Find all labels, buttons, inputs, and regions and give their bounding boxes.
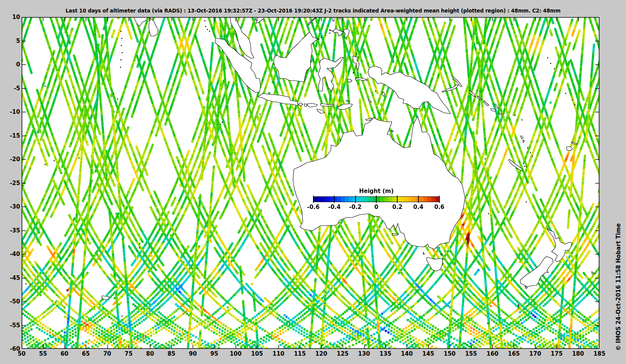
colorbar-segment xyxy=(349,197,352,202)
x-axis-tick-label: 155 xyxy=(462,350,480,357)
y-axis-tick-label: -55 xyxy=(3,322,20,329)
colorbar-tick-label: -0.2 xyxy=(345,204,366,210)
y-axis-tick-label: -5 xyxy=(3,85,20,92)
x-axis-tick-label: 180 xyxy=(569,350,587,357)
colorbar-tick xyxy=(418,196,419,203)
y-axis-tick-label: -30 xyxy=(3,203,20,210)
colorbar-segment xyxy=(380,197,384,202)
x-axis-tick-label: 125 xyxy=(333,350,352,357)
colorbar-segment xyxy=(321,197,325,202)
colorbar-segment xyxy=(431,197,435,202)
colorbar-segment xyxy=(376,197,380,202)
colorbar-segment xyxy=(361,197,365,202)
colorbar-title: Height (m) xyxy=(313,188,440,195)
x-axis-tick-label: 140 xyxy=(398,350,416,357)
colorbar-segment xyxy=(408,197,412,202)
colorbar-tick-label: 0.6 xyxy=(429,204,450,210)
colorbar-tick-label: 0.4 xyxy=(408,204,429,210)
colorbar-segment xyxy=(412,197,415,202)
colorbar-segment xyxy=(325,197,329,202)
y-axis-tick-label: -40 xyxy=(3,251,20,257)
colorbar-segment xyxy=(404,197,408,202)
colorbar-tick xyxy=(376,196,377,203)
colorbar-segment xyxy=(365,197,368,202)
x-axis-tick-label: 105 xyxy=(248,350,266,357)
colorbar-segment xyxy=(424,197,428,202)
x-axis-tick-label: 165 xyxy=(505,350,523,357)
x-axis-tick-label: 130 xyxy=(355,350,373,357)
y-axis-tick-label: -25 xyxy=(3,180,20,187)
colorbar-segment xyxy=(341,197,345,202)
colorbar-tick xyxy=(355,196,356,203)
y-axis-tick-label: 0 xyxy=(3,61,20,68)
y-axis-tick-label: -60 xyxy=(3,345,20,352)
colorbar-tick xyxy=(439,196,440,203)
colorbar-segment xyxy=(392,197,396,202)
x-axis-tick-label: 80 xyxy=(141,350,159,357)
colorbar-tick-label: -0.6 xyxy=(303,204,324,210)
colorbar-segment xyxy=(345,197,349,202)
colorbar-segment xyxy=(357,197,360,202)
plot-title: Last 10 days of altimeter data (via RADS… xyxy=(0,8,626,14)
colorbar-tick-label: -0.4 xyxy=(324,204,344,210)
x-axis-tick-label: 55 xyxy=(34,350,52,357)
colorbar-tick-label: 0 xyxy=(366,204,387,210)
colorbar-segment xyxy=(428,197,431,202)
y-axis-tick-label: -50 xyxy=(3,298,20,305)
colorbar-tick-label: 0.2 xyxy=(387,204,407,210)
map-plot-area xyxy=(22,17,599,349)
colorbar-segment xyxy=(388,197,392,202)
altimeter-figure: Last 10 days of altimeter data (via RADS… xyxy=(0,0,626,364)
x-axis-tick-label: 75 xyxy=(120,350,138,357)
y-axis-tick-label: 5 xyxy=(3,38,20,44)
x-axis-tick-label: 175 xyxy=(547,350,566,357)
y-axis-tick-label: -10 xyxy=(3,108,20,115)
colorbar-tick xyxy=(334,196,335,203)
x-axis-tick-label: 170 xyxy=(526,350,544,357)
colorbar-tick xyxy=(397,196,398,203)
x-axis-tick-label: 95 xyxy=(205,350,223,357)
colorbar-tick xyxy=(313,196,314,203)
x-axis-tick-label: 90 xyxy=(184,350,202,357)
colorbar-segment xyxy=(420,197,423,202)
x-axis-tick-label: 70 xyxy=(98,350,116,357)
colorbar-segment xyxy=(329,197,333,202)
y-axis-tick-label: -20 xyxy=(3,156,20,163)
colorbar-segment xyxy=(317,197,321,202)
colorbar-segment xyxy=(384,197,388,202)
colorbar-segment xyxy=(368,197,372,202)
x-axis-tick-label: 110 xyxy=(269,350,288,357)
colorbar-segment xyxy=(400,197,404,202)
colorbar-segment xyxy=(337,197,341,202)
credit-text: © IMOS 24-Oct-2016 11:58 Hobart Time xyxy=(615,215,622,359)
x-axis-tick-label: 85 xyxy=(162,350,181,357)
x-axis-tick-label: 65 xyxy=(77,350,95,357)
y-axis-tick-label: -15 xyxy=(3,132,20,139)
x-axis-tick-label: 185 xyxy=(590,350,609,357)
map-canvas xyxy=(22,17,599,349)
x-axis-tick-label: 150 xyxy=(440,350,459,357)
y-axis-tick-label: -35 xyxy=(3,227,20,234)
y-axis-tick-label: 10 xyxy=(3,14,20,20)
x-axis-tick-label: 100 xyxy=(226,350,245,357)
x-axis-tick-label: 160 xyxy=(483,350,502,357)
x-axis-tick-label: 145 xyxy=(419,350,437,357)
x-axis-tick-label: 60 xyxy=(55,350,74,357)
colorbar-segment xyxy=(313,197,317,202)
x-axis-tick-label: 120 xyxy=(312,350,330,357)
x-axis-tick-label: 115 xyxy=(291,350,309,357)
x-axis-tick-label: 135 xyxy=(376,350,395,357)
y-axis-tick-label: -45 xyxy=(3,275,20,281)
